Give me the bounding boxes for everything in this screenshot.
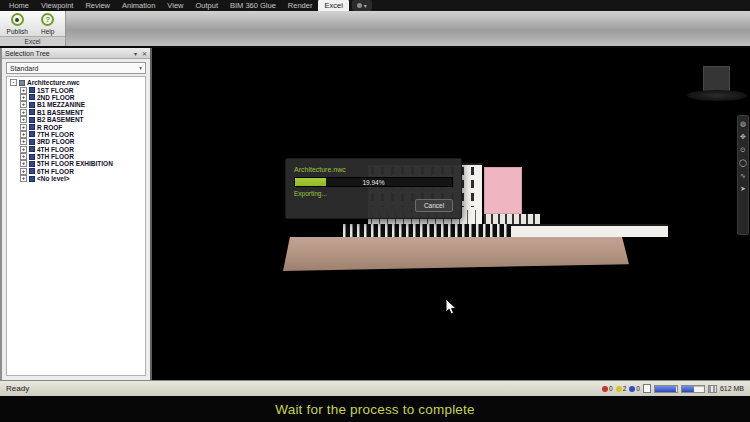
caption-bar: Wait for the process to complete — [0, 396, 750, 422]
site-platform — [283, 237, 629, 271]
layer-icon — [29, 117, 35, 123]
pan-hand-icon[interactable]: ✥ — [740, 133, 746, 140]
expand-icon[interactable]: + — [20, 94, 27, 101]
layer-icon — [29, 131, 35, 137]
memory-grid-icon — [708, 385, 717, 393]
publish-icon — [11, 13, 24, 26]
orbit-icon[interactable]: ◯ — [739, 159, 747, 166]
status-right-cluster: 020 612 MB — [602, 384, 744, 393]
progress-percent: 19.94% — [295, 178, 452, 187]
tab-animation[interactable]: Animation — [116, 0, 161, 11]
layer-icon — [29, 146, 35, 152]
tree-item[interactable]: +5TH FLOOR EXHIBITION — [9, 160, 145, 167]
expand-icon[interactable]: + — [20, 124, 27, 131]
tree-item[interactable]: +6TH FLOOR — [9, 168, 145, 175]
export-progress-dialog: Architecture.nwc 19.94% Exporting... Can… — [285, 158, 462, 219]
status-meter — [681, 385, 705, 393]
look-icon[interactable]: ∿ — [740, 172, 746, 179]
status-count: 0 — [636, 385, 640, 392]
pin-icon[interactable]: ▾ — [134, 51, 137, 57]
layer-icon — [29, 139, 35, 145]
status-count: 0 — [609, 385, 613, 392]
status-meter — [654, 385, 678, 393]
tree-item-label: <No level> — [37, 175, 70, 182]
tree-item[interactable]: +1ST FLOOR — [9, 86, 145, 93]
expand-icon[interactable]: + — [20, 146, 27, 153]
panel-title-text: Selection Tree — [5, 50, 50, 57]
tree-item[interactable]: +2ND FLOOR — [9, 94, 145, 101]
zoom-icon[interactable]: ⊙ — [740, 146, 746, 153]
expand-icon[interactable]: + — [20, 109, 27, 116]
ribbon-group-label: Excel — [0, 36, 65, 46]
status-indicator: 2 — [616, 385, 627, 392]
tab-excel[interactable]: Excel — [318, 0, 348, 11]
layer-icon — [29, 161, 35, 167]
status-ready-text: Ready — [6, 384, 29, 393]
tree-item[interactable]: +B2 BASEMENT — [9, 116, 145, 123]
tree-item[interactable]: +5TH FLOOR — [9, 153, 145, 160]
layer-icon — [29, 124, 35, 130]
expand-icon[interactable]: + — [20, 153, 27, 160]
expand-icon[interactable]: + — [20, 160, 27, 167]
building-right-wing — [508, 224, 668, 237]
expand-icon[interactable]: + — [20, 131, 27, 138]
collapse-icon[interactable]: - — [10, 79, 17, 86]
layer-icon — [29, 176, 35, 182]
tab-view[interactable]: View — [161, 0, 189, 11]
publish-button[interactable]: Publish — [4, 13, 31, 36]
tree-item[interactable]: +7TH FLOOR — [9, 131, 145, 138]
cancel-button[interactable]: Cancel — [415, 199, 453, 212]
tree-item[interactable]: +R ROOF — [9, 123, 145, 130]
expand-icon[interactable]: + — [20, 168, 27, 175]
file-icon[interactable] — [643, 384, 651, 393]
close-icon[interactable]: ✕ — [142, 51, 147, 57]
expand-icon[interactable]: + — [20, 175, 27, 182]
ribbon-buttons: Publish?Help — [0, 11, 65, 36]
walk-icon[interactable]: ➤ — [740, 185, 746, 192]
caption-text: Wait for the process to complete — [275, 402, 474, 417]
tree-item[interactable]: +<No level> — [9, 175, 145, 182]
layer-icon — [29, 102, 35, 108]
status-bar: Ready 020 612 MB — [0, 380, 750, 396]
expand-icon[interactable]: + — [20, 101, 27, 108]
tree-item-label: 7TH FLOOR — [37, 131, 74, 138]
tab-review[interactable]: Review — [79, 0, 116, 11]
ribbon-group-excel: Publish?Help Excel — [0, 11, 66, 46]
status-indicator: 0 — [629, 385, 640, 392]
mouse-cursor — [445, 298, 457, 320]
tab-output[interactable]: Output — [189, 0, 224, 11]
tree-item[interactable]: +B1 BASEMENT — [9, 109, 145, 116]
status-meters — [654, 385, 705, 393]
layer-icon — [29, 94, 35, 100]
layer-icon — [29, 168, 35, 174]
panel-title-bar: Selection Tree ▾ ✕ — [2, 48, 150, 59]
selection-mode-dropdown[interactable]: Standard ▾ — [6, 62, 146, 74]
tab-viewpoint[interactable]: Viewpoint — [35, 0, 79, 11]
building-ground-strip — [343, 224, 511, 237]
tree-item[interactable]: +B1 MEZZANINE — [9, 101, 145, 108]
navigation-wheel-icon[interactable]: ◍ — [740, 120, 746, 127]
tab-home[interactable]: Home — [3, 0, 35, 11]
dropdown-value: Standard — [10, 65, 38, 72]
expand-icon[interactable]: + — [20, 116, 27, 123]
tree-item[interactable]: +3RD FLOOR — [9, 138, 145, 145]
expand-icon[interactable]: + — [20, 138, 27, 145]
view-cube-icon[interactable] — [703, 66, 730, 92]
3d-viewport[interactable]: ◍✥⊙◯∿➤ Architecture.nwc 19.94% Exporting… — [152, 48, 750, 380]
expand-icon[interactable]: + — [20, 87, 27, 94]
tree-item-label: 1ST FLOOR — [37, 87, 73, 94]
status-dot-icon — [602, 386, 608, 392]
model-file-icon — [19, 80, 25, 86]
tree-root-item[interactable]: -Architecture.nwc — [9, 79, 145, 86]
ribbon-overflow-control[interactable]: ▾ — [352, 0, 372, 11]
status-dot-icon — [616, 386, 622, 392]
tree-item-label: B1 BASEMENT — [37, 109, 84, 116]
tree-item-label: 4TH FLOOR — [37, 146, 74, 153]
tab-bim-360-glue[interactable]: BIM 360 Glue — [224, 0, 282, 11]
status-count: 2 — [623, 385, 627, 392]
tab-render[interactable]: Render — [282, 0, 319, 11]
help-button[interactable]: ?Help — [35, 13, 62, 36]
tree-item[interactable]: +4TH FLOOR — [9, 146, 145, 153]
minimize-ribbon-icon: ▾ — [364, 3, 367, 9]
building-pink-block — [484, 167, 522, 214]
